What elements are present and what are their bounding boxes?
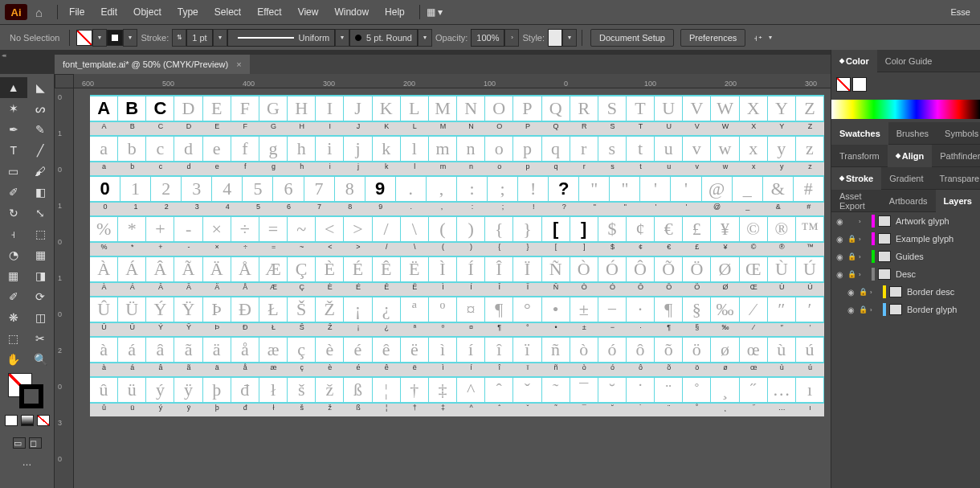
glyph-cell[interactable]: Ÿ: [174, 297, 202, 322]
glyph-cell[interactable]: q: [542, 137, 570, 161]
glyph-cell[interactable]: =: [259, 217, 288, 241]
stroke-stepper[interactable]: ⇅: [172, 29, 186, 47]
glyph-cell[interactable]: X: [740, 96, 768, 121]
glyph-cell[interactable]: û: [90, 378, 118, 402]
glyph-cell[interactable]: 6: [273, 177, 304, 201]
color-stroke-swatch[interactable]: [852, 77, 867, 92]
glyph-cell[interactable]: È: [316, 257, 344, 281]
glyph-cell[interactable]: }: [513, 217, 541, 241]
glyph-cell[interactable]: <: [316, 217, 344, 241]
lock-icon[interactable]: 🔒: [847, 270, 859, 278]
glyph-cell[interactable]: Š: [288, 297, 316, 322]
glyph-cell[interactable]: z: [796, 137, 824, 161]
glyph-cell[interactable]: ]: [570, 217, 598, 241]
glyph-cell[interactable]: ): [457, 217, 485, 241]
glyph-cell[interactable]: ò: [570, 338, 598, 362]
menu-effect[interactable]: Effect: [257, 6, 281, 18]
glyph-cell[interactable]: ö: [683, 338, 711, 362]
glyph-cell[interactable]: œ: [740, 338, 768, 362]
glyph-cell[interactable]: Í: [457, 257, 485, 281]
glyph-cell[interactable]: g: [259, 137, 288, 161]
glyph-cell[interactable]: U: [655, 96, 683, 121]
glyph-cell[interactable]: Õ: [655, 257, 683, 281]
glyph-cell[interactable]: š: [288, 378, 316, 402]
eraser-tool[interactable]: ◧: [27, 182, 55, 203]
glyph-cell[interactable]: −: [598, 297, 627, 322]
glyph-cell[interactable]: ¿: [373, 297, 401, 322]
glyph-cell[interactable]: Ž: [316, 297, 344, 322]
glyph-cell[interactable]: £: [683, 217, 711, 241]
canvas[interactable]: ABCDEFGHIJKLMNOPQRSTUVWXYZABCDEFGHIJKLMN…: [74, 88, 831, 488]
glyph-cell[interactable]: ó: [598, 338, 627, 362]
app-logo[interactable]: Ai: [5, 4, 27, 20]
glyph-cell[interactable]: ‰: [711, 297, 739, 322]
free-transform-tool[interactable]: ⬚: [27, 223, 55, 244]
glyph-cell[interactable]: é: [344, 338, 372, 362]
glyph-cell[interactable]: Ê: [373, 257, 401, 281]
glyph-cell[interactable]: Î: [485, 257, 513, 281]
glyph-cell[interactable]: ⁄: [740, 297, 768, 322]
glyph-cell[interactable]: [: [542, 217, 570, 241]
graph-tool[interactable]: ◫: [27, 307, 55, 328]
glyph-cell[interactable]: G: [259, 96, 288, 121]
glyph-cell[interactable]: ü: [118, 378, 146, 402]
glyph-cell[interactable]: À: [90, 257, 118, 281]
panel-tab-transform[interactable]: Transform: [831, 145, 888, 167]
menu-file[interactable]: File: [69, 6, 84, 18]
glyph-cell[interactable]: D: [174, 96, 202, 121]
glyph-cell[interactable]: /: [373, 217, 401, 241]
glyph-cell[interactable]: *: [118, 217, 146, 241]
workspace-switcher[interactable]: Esse: [951, 7, 975, 17]
stroke-weight-dropdown[interactable]: ▾: [213, 29, 227, 47]
glyph-cell[interactable]: ¸: [711, 378, 739, 402]
glyph-cell[interactable]: O: [485, 96, 513, 121]
glyph-cell[interactable]: ": [579, 177, 610, 201]
glyph-cell[interactable]: 1: [120, 177, 151, 201]
glyph-cell[interactable]: î: [485, 338, 513, 362]
direct-selection-tool[interactable]: ◣: [27, 77, 55, 98]
glyph-cell[interactable]: ï: [513, 338, 541, 362]
glyph-cell[interactable]: ñ: [542, 338, 570, 362]
glyph-cell[interactable]: ': [640, 177, 671, 201]
glyph-cell[interactable]: ¶: [485, 297, 513, 322]
menu-object[interactable]: Object: [133, 6, 161, 18]
glyph-cell[interactable]: Û: [90, 297, 118, 322]
glyph-cell[interactable]: @: [702, 177, 733, 201]
glyph-cell[interactable]: Ì: [429, 257, 457, 281]
panel-tab-asset-export[interactable]: Asset Export: [831, 190, 881, 212]
twirl-icon[interactable]: ›: [870, 289, 880, 296]
zoom-tool[interactable]: 🔍: [27, 349, 55, 370]
glyph-cell[interactable]: V: [683, 96, 711, 121]
line-tool[interactable]: ╱: [27, 140, 55, 161]
document-tab[interactable]: font_template.ai* @ 50% (CMYK/Preview) ×: [55, 55, 250, 74]
stroke-weight-input[interactable]: 1 pt: [186, 29, 212, 47]
glyph-cell[interactable]: W: [711, 96, 739, 121]
perspective-tool[interactable]: ▦: [27, 244, 55, 265]
glyph-cell[interactable]: (: [429, 217, 457, 241]
twirl-icon[interactable]: ›: [859, 253, 868, 260]
glyph-cell[interactable]: ÷: [231, 217, 259, 241]
glyph-cell[interactable]: ®: [768, 217, 796, 241]
menu-select[interactable]: Select: [214, 6, 241, 18]
glyph-cell[interactable]: Z: [796, 96, 824, 121]
stroke-swatch[interactable]: [107, 30, 123, 46]
glyph-cell[interactable]: c: [146, 137, 174, 161]
glyph-cell[interactable]: A: [90, 96, 118, 121]
shaper-tool[interactable]: ✐: [0, 182, 27, 203]
home-icon[interactable]: ⌂: [35, 6, 43, 19]
panel-tab-stroke[interactable]: Stroke: [831, 167, 881, 190]
layer-row[interactable]: ◉🔒›Border desc: [831, 283, 980, 301]
glyph-cell[interactable]: ˙: [627, 378, 655, 402]
glyph-cell[interactable]: ú: [796, 338, 824, 362]
fill-stroke-swatch[interactable]: [0, 370, 54, 410]
panel-tab-swatches[interactable]: Swatches: [831, 122, 888, 145]
glyph-cell[interactable]: €: [655, 217, 683, 241]
glyph-cell[interactable]: y: [768, 137, 796, 161]
glyph-cell[interactable]: C: [146, 96, 174, 121]
glyph-cell[interactable]: °: [513, 297, 541, 322]
glyph-cell[interactable]: S: [598, 96, 627, 121]
glyph-cell[interactable]: Ö: [683, 257, 711, 281]
gradient-mode-icon[interactable]: [21, 415, 34, 426]
layer-row[interactable]: ◉🔒›Border glyph: [831, 301, 980, 318]
glyph-cell[interactable]: ,: [427, 177, 457, 201]
